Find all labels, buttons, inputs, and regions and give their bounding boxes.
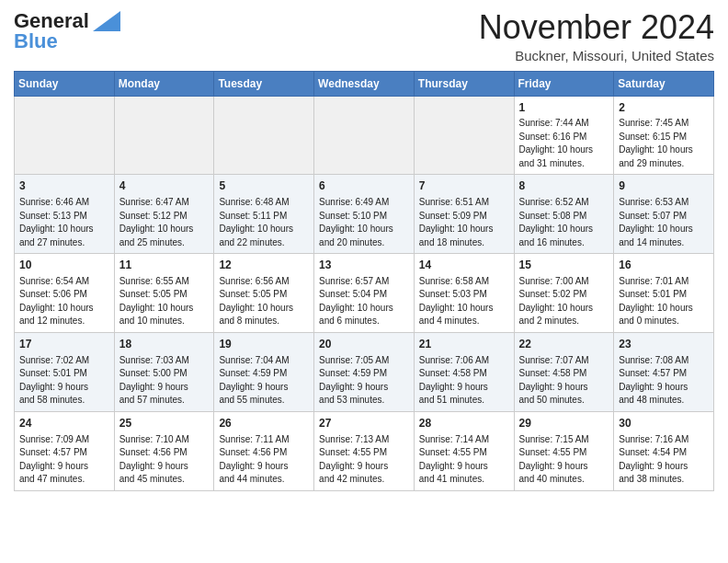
- calendar-day: 28Sunrise: 7:14 AM Sunset: 4:55 PM Dayli…: [414, 411, 514, 490]
- calendar-day: 21Sunrise: 7:06 AM Sunset: 4:58 PM Dayli…: [414, 332, 514, 411]
- day-number: 28: [419, 416, 509, 431]
- calendar-week-3: 10Sunrise: 6:54 AM Sunset: 5:06 PM Dayli…: [15, 254, 714, 333]
- day-number: 2: [619, 100, 709, 116]
- calendar-day: 1Sunrise: 7:44 AM Sunset: 6:16 PM Daylig…: [514, 96, 614, 175]
- day-header-tuesday: Tuesday: [214, 71, 314, 96]
- day-info: Sunrise: 6:52 AM Sunset: 5:08 PM Dayligh…: [519, 196, 609, 249]
- header: General Blue November 2024 Buckner, Miss…: [14, 9, 714, 63]
- day-info: Sunrise: 7:14 AM Sunset: 4:55 PM Dayligh…: [419, 433, 509, 487]
- calendar-day: [414, 96, 514, 175]
- calendar-day: 9Sunrise: 6:53 AM Sunset: 5:07 PM Daylig…: [614, 175, 714, 254]
- day-header-wednesday: Wednesday: [314, 71, 415, 96]
- day-header-friday: Friday: [514, 71, 614, 96]
- calendar-day: 30Sunrise: 7:16 AM Sunset: 4:54 PM Dayli…: [614, 411, 714, 490]
- calendar-day: 27Sunrise: 7:13 AM Sunset: 4:55 PM Dayli…: [314, 411, 415, 490]
- calendar-day: 25Sunrise: 7:10 AM Sunset: 4:56 PM Dayli…: [114, 411, 214, 490]
- calendar-day: 19Sunrise: 7:04 AM Sunset: 4:59 PM Dayli…: [214, 332, 314, 411]
- day-number: 17: [19, 337, 109, 352]
- calendar-day: [114, 96, 214, 175]
- day-number: 12: [219, 258, 309, 273]
- svg-marker-0: [93, 11, 120, 31]
- calendar-day: 22Sunrise: 7:07 AM Sunset: 4:58 PM Dayli…: [514, 332, 614, 411]
- calendar-day: 18Sunrise: 7:03 AM Sunset: 5:00 PM Dayli…: [114, 332, 214, 411]
- day-info: Sunrise: 6:57 AM Sunset: 5:04 PM Dayligh…: [319, 275, 409, 328]
- day-info: Sunrise: 7:16 AM Sunset: 4:54 PM Dayligh…: [619, 433, 709, 487]
- calendar-day: 10Sunrise: 6:54 AM Sunset: 5:06 PM Dayli…: [15, 254, 115, 333]
- day-info: Sunrise: 7:06 AM Sunset: 4:58 PM Dayligh…: [419, 354, 509, 408]
- calendar-day: 17Sunrise: 7:02 AM Sunset: 5:01 PM Dayli…: [15, 332, 115, 411]
- day-info: Sunrise: 7:10 AM Sunset: 4:56 PM Dayligh…: [119, 433, 210, 487]
- day-number: 11: [119, 258, 210, 273]
- day-info: Sunrise: 7:45 AM Sunset: 6:15 PM Dayligh…: [619, 117, 709, 170]
- day-info: Sunrise: 6:49 AM Sunset: 5:10 PM Dayligh…: [319, 196, 409, 249]
- day-info: Sunrise: 7:15 AM Sunset: 4:55 PM Dayligh…: [519, 433, 609, 487]
- calendar-header-row: SundayMondayTuesdayWednesdayThursdayFrid…: [15, 71, 714, 96]
- calendar-day: 23Sunrise: 7:08 AM Sunset: 4:57 PM Dayli…: [614, 332, 714, 411]
- calendar-day: 24Sunrise: 7:09 AM Sunset: 4:57 PM Dayli…: [15, 411, 115, 490]
- day-number: 1: [519, 100, 609, 116]
- day-info: Sunrise: 6:46 AM Sunset: 5:13 PM Dayligh…: [19, 196, 109, 249]
- calendar-day: 15Sunrise: 7:00 AM Sunset: 5:02 PM Dayli…: [514, 254, 614, 333]
- calendar-day: [314, 96, 415, 175]
- day-number: 22: [519, 337, 609, 352]
- calendar-week-5: 24Sunrise: 7:09 AM Sunset: 4:57 PM Dayli…: [15, 411, 714, 490]
- day-info: Sunrise: 6:56 AM Sunset: 5:05 PM Dayligh…: [219, 275, 309, 328]
- calendar-day: 4Sunrise: 6:47 AM Sunset: 5:12 PM Daylig…: [114, 175, 214, 254]
- day-info: Sunrise: 6:48 AM Sunset: 5:11 PM Dayligh…: [219, 196, 309, 249]
- calendar-day: 7Sunrise: 6:51 AM Sunset: 5:09 PM Daylig…: [414, 175, 514, 254]
- day-info: Sunrise: 6:58 AM Sunset: 5:03 PM Dayligh…: [419, 275, 509, 328]
- day-info: Sunrise: 7:11 AM Sunset: 4:56 PM Dayligh…: [219, 433, 309, 487]
- day-info: Sunrise: 7:05 AM Sunset: 4:59 PM Dayligh…: [319, 354, 409, 408]
- day-number: 5: [219, 178, 309, 194]
- day-number: 16: [619, 258, 709, 273]
- day-header-saturday: Saturday: [614, 71, 714, 96]
- day-info: Sunrise: 6:47 AM Sunset: 5:12 PM Dayligh…: [119, 196, 210, 249]
- calendar-week-2: 3Sunrise: 6:46 AM Sunset: 5:13 PM Daylig…: [15, 175, 714, 254]
- day-number: 8: [519, 178, 609, 194]
- day-info: Sunrise: 6:53 AM Sunset: 5:07 PM Dayligh…: [619, 196, 709, 249]
- day-number: 26: [219, 416, 309, 431]
- calendar-day: 14Sunrise: 6:58 AM Sunset: 5:03 PM Dayli…: [414, 254, 514, 333]
- calendar-day: 12Sunrise: 6:56 AM Sunset: 5:05 PM Dayli…: [214, 254, 314, 333]
- day-number: 30: [619, 416, 709, 431]
- day-number: 7: [419, 178, 509, 194]
- day-number: 29: [519, 416, 609, 431]
- title-block: November 2024 Buckner, Missouri, United …: [479, 9, 714, 63]
- day-number: 4: [119, 178, 210, 194]
- calendar-day: [15, 96, 115, 175]
- day-header-thursday: Thursday: [414, 71, 514, 96]
- calendar-day: 20Sunrise: 7:05 AM Sunset: 4:59 PM Dayli…: [314, 332, 415, 411]
- calendar-day: 2Sunrise: 7:45 AM Sunset: 6:15 PM Daylig…: [614, 96, 714, 175]
- day-info: Sunrise: 7:02 AM Sunset: 5:01 PM Dayligh…: [19, 354, 109, 408]
- month-title: November 2024: [479, 9, 714, 46]
- day-info: Sunrise: 6:51 AM Sunset: 5:09 PM Dayligh…: [419, 196, 509, 249]
- day-info: Sunrise: 7:03 AM Sunset: 5:00 PM Dayligh…: [119, 354, 210, 408]
- day-info: Sunrise: 7:09 AM Sunset: 4:57 PM Dayligh…: [19, 433, 109, 487]
- day-info: Sunrise: 7:44 AM Sunset: 6:16 PM Dayligh…: [519, 117, 609, 170]
- calendar-day: [214, 96, 314, 175]
- calendar-day: 16Sunrise: 7:01 AM Sunset: 5:01 PM Dayli…: [614, 254, 714, 333]
- day-number: 6: [319, 178, 409, 194]
- calendar-week-1: 1Sunrise: 7:44 AM Sunset: 6:16 PM Daylig…: [15, 96, 714, 175]
- calendar-day: 5Sunrise: 6:48 AM Sunset: 5:11 PM Daylig…: [214, 175, 314, 254]
- day-number: 14: [419, 258, 509, 273]
- day-number: 25: [119, 416, 210, 431]
- logo-blue: Blue: [14, 29, 58, 53]
- day-number: 18: [119, 337, 210, 352]
- day-number: 19: [219, 337, 309, 352]
- day-number: 21: [419, 337, 509, 352]
- logo: General Blue: [14, 9, 120, 53]
- day-number: 24: [19, 416, 109, 431]
- calendar-day: 3Sunrise: 6:46 AM Sunset: 5:13 PM Daylig…: [15, 175, 115, 254]
- day-header-sunday: Sunday: [15, 71, 115, 96]
- day-info: Sunrise: 7:13 AM Sunset: 4:55 PM Dayligh…: [319, 433, 409, 487]
- calendar-day: 11Sunrise: 6:55 AM Sunset: 5:05 PM Dayli…: [114, 254, 214, 333]
- day-number: 27: [319, 416, 409, 431]
- day-info: Sunrise: 7:01 AM Sunset: 5:01 PM Dayligh…: [619, 275, 709, 328]
- calendar-week-4: 17Sunrise: 7:02 AM Sunset: 5:01 PM Dayli…: [15, 332, 714, 411]
- day-info: Sunrise: 6:55 AM Sunset: 5:05 PM Dayligh…: [119, 275, 210, 328]
- day-number: 20: [319, 337, 409, 352]
- calendar-day: 26Sunrise: 7:11 AM Sunset: 4:56 PM Dayli…: [214, 411, 314, 490]
- logo-icon: [93, 11, 120, 31]
- day-info: Sunrise: 7:08 AM Sunset: 4:57 PM Dayligh…: [619, 354, 709, 408]
